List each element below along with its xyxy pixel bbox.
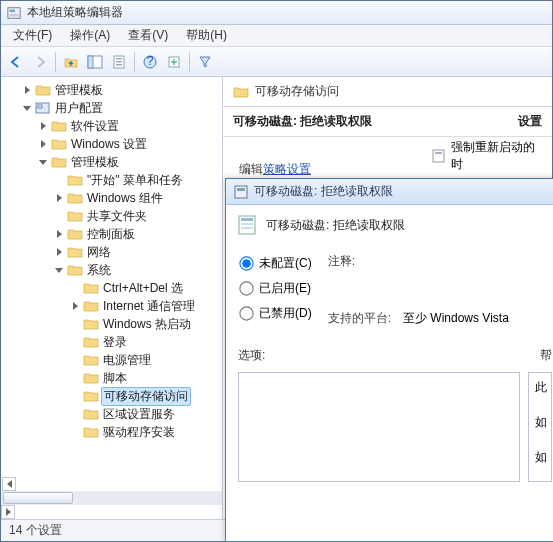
comment-label: 注释: <box>328 253 509 270</box>
expand-icon[interactable] <box>37 138 49 150</box>
toolbar-separator <box>55 52 56 72</box>
settings-column-label: 设置 <box>518 113 542 130</box>
expand-icon[interactable] <box>53 192 65 204</box>
dialog-icon <box>234 185 248 199</box>
properties-button[interactable] <box>108 51 130 73</box>
tree-scroll[interactable]: 管理模板 用户配置 软件设置 Windows 设置 管理模板 "开始" 菜单和任… <box>1 77 222 477</box>
export-button[interactable] <box>163 51 185 73</box>
policy-icon <box>238 215 258 235</box>
radio-not-configured-input[interactable] <box>239 256 253 270</box>
help-label: 帮 <box>540 347 552 364</box>
tree-logon[interactable]: 登录 <box>67 333 222 351</box>
svg-rect-23 <box>241 227 253 229</box>
collapse-icon[interactable] <box>21 102 33 114</box>
status-text: 14 个设置 <box>9 522 62 539</box>
tree-scripts[interactable]: 脚本 <box>67 369 222 387</box>
list-item-label: 强制重新启动的时 <box>451 139 540 173</box>
collapse-icon[interactable] <box>53 264 65 276</box>
help-text-line: 如 <box>535 414 545 431</box>
collapse-icon[interactable] <box>37 156 49 168</box>
options-label: 选项: <box>238 347 265 364</box>
svg-rect-2 <box>10 13 19 16</box>
radio-enabled[interactable]: 已启用(E) <box>240 280 312 297</box>
policy-settings-link[interactable]: 策略设置 <box>263 162 311 176</box>
expand-icon[interactable] <box>53 228 65 240</box>
back-button[interactable] <box>5 51 27 73</box>
menu-file[interactable]: 文件(F) <box>5 25 60 46</box>
svg-rect-0 <box>8 7 20 18</box>
app-icon <box>7 6 21 20</box>
tree-user-config[interactable]: 用户配置 <box>19 99 222 117</box>
content-header: 可移动存储访问 <box>223 77 552 104</box>
radio-disabled-input[interactable] <box>239 306 253 320</box>
content-subheader: 可移动磁盘: 拒绝读取权限 设置 <box>223 107 552 137</box>
svg-rect-15 <box>435 152 442 154</box>
tree-removable-storage[interactable]: 可移动存储访问 <box>67 387 222 405</box>
tree-windows-hotstart[interactable]: Windows 热启动 <box>67 315 222 333</box>
toolbar: ? <box>1 47 552 77</box>
svg-rect-6 <box>116 58 122 60</box>
tree-admin-templates[interactable]: 管理模板 <box>35 153 222 171</box>
tree-power[interactable]: 电源管理 <box>67 351 222 369</box>
tree-windows-settings[interactable]: Windows 设置 <box>35 135 222 153</box>
help-text-line: 如 <box>535 449 545 466</box>
tree-software-settings[interactable]: 软件设置 <box>35 117 222 135</box>
tree-windows-components[interactable]: Windows 组件 <box>51 189 222 207</box>
options-box <box>238 372 520 482</box>
tree-start-menu[interactable]: "开始" 菜单和任务 <box>51 171 222 189</box>
tree-locale[interactable]: 区域设置服务 <box>67 405 222 423</box>
tree-shared-folders[interactable]: 共享文件夹 <box>51 207 222 225</box>
platform-label: 支持的平台: <box>328 310 391 327</box>
forward-button[interactable] <box>29 51 51 73</box>
dialog-policy-name: 可移动磁盘: 拒绝读取权限 <box>266 217 405 234</box>
menu-action[interactable]: 操作(A) <box>62 25 118 46</box>
up-button[interactable] <box>60 51 82 73</box>
tree-ctrlaltdel[interactable]: Ctrl+Alt+Del 选 <box>67 279 222 297</box>
svg-rect-7 <box>116 61 122 63</box>
expand-icon[interactable] <box>21 84 33 96</box>
svg-rect-1 <box>10 9 15 12</box>
svg-text:?: ? <box>147 55 154 68</box>
radio-disabled[interactable]: 已禁用(D) <box>240 305 312 322</box>
tree-driver-install[interactable]: 驱动程序安装 <box>67 423 222 441</box>
policy-icon <box>432 149 445 163</box>
svg-rect-13 <box>38 105 42 108</box>
tree-horizontal-scrollbar[interactable] <box>1 477 222 519</box>
folder-icon <box>233 85 249 99</box>
window-title: 本地组策略编辑器 <box>27 4 123 21</box>
svg-rect-22 <box>241 223 253 225</box>
expand-icon[interactable] <box>69 300 81 312</box>
list-item[interactable]: 强制重新启动的时 <box>426 137 546 175</box>
tree-network[interactable]: 网络 <box>51 243 222 261</box>
expand-icon[interactable] <box>53 246 65 258</box>
dialog-title: 可移动磁盘: 拒绝读取权限 <box>254 183 393 200</box>
platform-value: 至少 Windows Vista <box>403 310 509 327</box>
toolbar-separator <box>189 52 190 72</box>
filter-button[interactable] <box>194 51 216 73</box>
menu-view[interactable]: 查看(V) <box>120 25 176 46</box>
toolbar-separator <box>134 52 135 72</box>
radio-enabled-input[interactable] <box>239 281 253 295</box>
show-hide-tree-button[interactable] <box>84 51 106 73</box>
svg-rect-18 <box>235 186 247 198</box>
expand-icon[interactable] <box>37 120 49 132</box>
dialog-title-bar[interactable]: 可移动磁盘: 拒绝读取权限 <box>226 179 553 205</box>
radio-not-configured[interactable]: 未配置(C) <box>240 255 312 272</box>
help-text-line: 此 <box>535 379 545 396</box>
tree-admin-templates-top[interactable]: 管理模板 <box>19 81 222 99</box>
help-button[interactable]: ? <box>139 51 161 73</box>
tree-control-panel[interactable]: 控制面板 <box>51 225 222 243</box>
tree-internet-comm[interactable]: Internet 通信管理 <box>67 297 222 315</box>
policy-dialog[interactable]: 可移动磁盘: 拒绝读取权限 可移动磁盘: 拒绝读取权限 未配置(C) 已启用(E… <box>225 178 553 542</box>
dialog-state-group: 未配置(C) 已启用(E) 已禁用(D) <box>238 249 312 327</box>
svg-rect-14 <box>433 150 444 162</box>
help-box: 此 如 如 <box>528 372 552 482</box>
svg-rect-19 <box>237 188 245 191</box>
tree-system[interactable]: 系统 <box>51 261 222 279</box>
svg-rect-4 <box>88 56 93 68</box>
edit-label: 编辑 <box>239 162 263 176</box>
title-bar[interactable]: 本地组策略编辑器 <box>1 1 552 25</box>
tree-pane: 管理模板 用户配置 软件设置 Windows 设置 管理模板 "开始" 菜单和任… <box>1 77 223 519</box>
menu-bar: 文件(F) 操作(A) 查看(V) 帮助(H) <box>1 25 552 47</box>
menu-help[interactable]: 帮助(H) <box>178 25 235 46</box>
